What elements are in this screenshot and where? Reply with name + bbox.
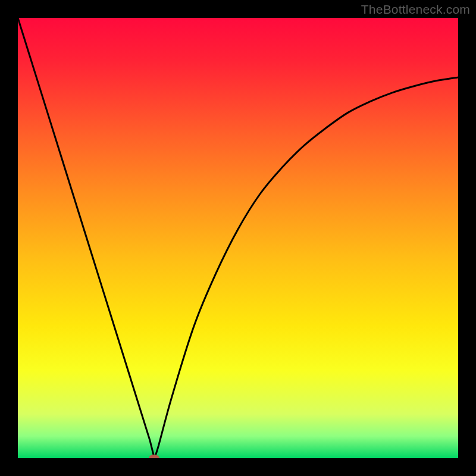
chart-frame: TheBottleneck.com	[0, 0, 476, 476]
watermark-text: TheBottleneck.com	[361, 2, 470, 17]
curve-layer	[18, 18, 458, 458]
minimum-marker	[149, 455, 159, 458]
bottleneck-curve	[18, 18, 458, 458]
plot-area	[18, 18, 458, 458]
